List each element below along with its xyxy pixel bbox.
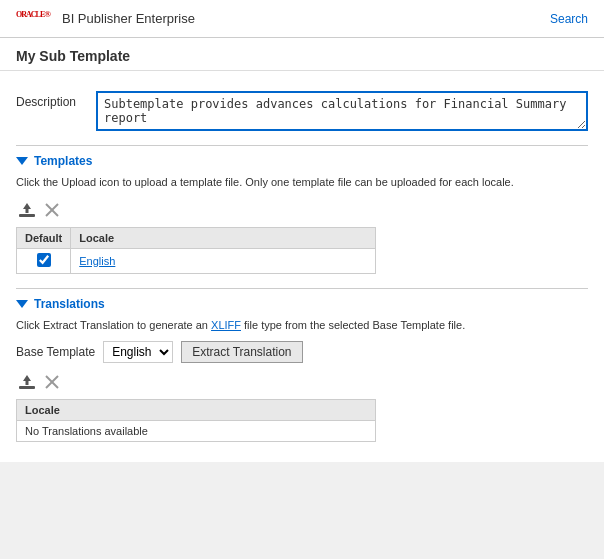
description-input[interactable]: Subtemplate provides advances calculatio… — [96, 91, 588, 131]
description-row: Description Subtemplate provides advance… — [16, 81, 588, 131]
translations-section-desc: Click Extract Translation to generate an… — [16, 317, 588, 334]
templates-toggle-icon[interactable] — [16, 157, 28, 165]
base-template-row: Base Template English Extract Translatio… — [16, 341, 588, 363]
templates-col-locale: Locale — [71, 227, 376, 248]
svg-marker-1 — [23, 203, 31, 213]
templates-upload-button[interactable] — [16, 199, 38, 221]
upload-icon — [18, 201, 36, 219]
svg-rect-4 — [19, 386, 35, 389]
table-row: English — [17, 248, 376, 273]
templates-section-header: Templates — [16, 145, 588, 168]
templates-table: Default Locale English — [16, 227, 376, 274]
main-content: Description Subtemplate provides advance… — [0, 71, 604, 462]
extract-translation-button[interactable]: Extract Translation — [181, 341, 302, 363]
templates-section: Templates Click the Upload icon to uploa… — [16, 145, 588, 274]
svg-rect-0 — [19, 214, 35, 217]
translations-no-data-cell: No Translations available — [17, 421, 376, 442]
templates-col-default: Default — [17, 227, 71, 248]
translations-delete-button[interactable] — [42, 372, 62, 392]
templates-locale-link[interactable]: English — [79, 255, 115, 267]
page-title: My Sub Template — [0, 38, 604, 71]
templates-section-title: Templates — [34, 154, 92, 168]
delete-icon — [44, 202, 60, 218]
oracle-logo: ORACLE® — [16, 8, 50, 29]
templates-section-desc: Click the Upload icon to upload a templa… — [16, 174, 588, 191]
oracle-logo-text: ORACLE — [16, 10, 44, 19]
templates-default-checkbox[interactable] — [37, 253, 51, 267]
translations-section-header: Translations — [16, 288, 588, 311]
app-header: ORACLE® BI Publisher Enterprise Search — [0, 0, 604, 38]
table-row: No Translations available — [17, 421, 376, 442]
translations-table: Locale No Translations available — [16, 399, 376, 442]
translations-toolbar — [16, 371, 588, 393]
translations-section: Translations Click Extract Translation t… — [16, 288, 588, 443]
templates-delete-button[interactable] — [42, 200, 62, 220]
base-template-label: Base Template — [16, 345, 95, 359]
translations-col-locale: Locale — [17, 400, 376, 421]
description-label: Description — [16, 91, 96, 109]
templates-default-cell — [17, 248, 71, 273]
templates-toolbar — [16, 199, 588, 221]
svg-marker-5 — [23, 375, 31, 385]
translations-upload-button[interactable] — [16, 371, 38, 393]
delete-icon — [44, 374, 60, 390]
upload-icon — [18, 373, 36, 391]
xliff-link[interactable]: XLIFF — [211, 319, 241, 331]
app-title: BI Publisher Enterprise — [62, 11, 195, 26]
translations-section-title: Translations — [34, 297, 105, 311]
templates-locale-cell: English — [71, 248, 376, 273]
oracle-logo-sup: ® — [44, 9, 50, 19]
search-link[interactable]: Search — [550, 12, 588, 26]
base-template-select[interactable]: English — [103, 341, 173, 363]
header-left: ORACLE® BI Publisher Enterprise — [16, 8, 195, 29]
translations-toggle-icon[interactable] — [16, 300, 28, 308]
